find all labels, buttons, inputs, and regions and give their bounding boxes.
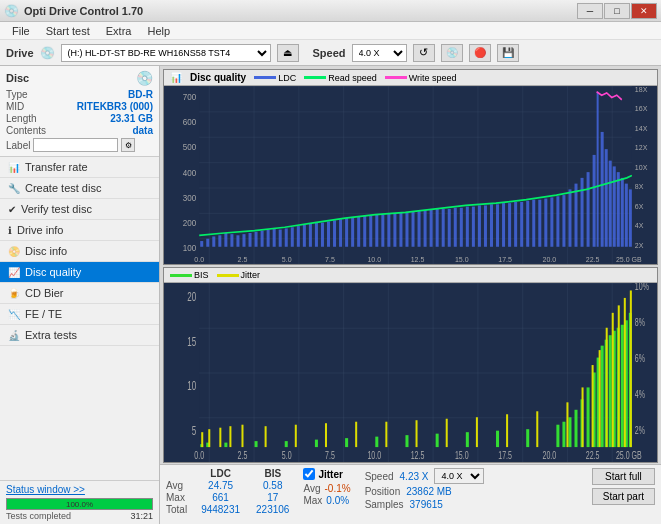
nav-transfer-rate[interactable]: 📊 Transfer rate: [0, 157, 159, 178]
disc-type-label: Type: [6, 89, 28, 100]
disc-label-btn[interactable]: ⚙: [121, 138, 135, 152]
svg-rect-50: [309, 224, 312, 247]
legend-bis: BIS: [170, 270, 209, 280]
eject-button[interactable]: ⏏: [277, 44, 299, 62]
svg-rect-81: [496, 204, 499, 246]
disc-btn2[interactable]: 🔴: [469, 44, 491, 62]
svg-rect-82: [502, 203, 505, 247]
svg-text:5: 5: [192, 425, 197, 438]
samples-label: Samples: [365, 499, 404, 510]
legend-write-speed-label: Write speed: [409, 73, 457, 83]
menu-help[interactable]: Help: [139, 25, 178, 37]
svg-rect-85: [520, 202, 523, 247]
svg-rect-182: [618, 305, 620, 447]
svg-rect-166: [265, 426, 267, 447]
svg-text:17.5: 17.5: [498, 450, 512, 462]
svg-rect-168: [325, 423, 327, 447]
start-full-button[interactable]: Start full: [592, 468, 655, 485]
svg-rect-52: [321, 223, 324, 247]
disc-btn1[interactable]: 💿: [441, 44, 463, 62]
sidebar: Disc 💿 Type BD-R MID RITEKBR3 (000) Leng…: [0, 66, 160, 524]
disc-type-value: BD-R: [128, 89, 153, 100]
svg-rect-101: [609, 161, 612, 247]
menu-file[interactable]: File: [4, 25, 38, 37]
svg-text:15: 15: [187, 335, 196, 348]
speed-dropdown[interactable]: 4.0 X: [352, 44, 407, 62]
svg-rect-161: [201, 432, 203, 447]
svg-text:10.0: 10.0: [367, 254, 381, 264]
status-window-btn[interactable]: Status window >>: [6, 484, 153, 495]
progress-text: 100.0%: [66, 499, 93, 511]
svg-rect-136: [285, 441, 288, 447]
svg-rect-180: [606, 328, 608, 447]
svg-text:20: 20: [187, 290, 196, 303]
titlebar-controls: ─ □ ✕: [577, 3, 657, 19]
disc-info-icon: 📀: [8, 246, 20, 257]
speed-position-section: Speed 4.23 X 4.0 X Position 23862 MB Sam…: [365, 468, 485, 510]
svg-rect-142: [466, 432, 469, 447]
svg-rect-41: [255, 232, 258, 247]
svg-rect-139: [375, 437, 378, 447]
speed-refresh-button[interactable]: ↺: [413, 44, 435, 62]
svg-rect-70: [430, 210, 433, 247]
legend-jitter-label: Jitter: [241, 270, 261, 280]
svg-text:8%: 8%: [635, 317, 645, 329]
nav-verify-test-disc[interactable]: ✔ Verify test disc: [0, 199, 159, 220]
svg-rect-33: [206, 239, 209, 247]
nav-disc-info[interactable]: 📀 Disc info: [0, 241, 159, 262]
svg-rect-88: [538, 200, 541, 247]
nav-drive-info[interactable]: ℹ Drive info: [0, 220, 159, 241]
svg-rect-93: [568, 189, 571, 246]
jitter-max-val: 0.0%: [326, 495, 349, 506]
svg-text:600: 600: [183, 117, 197, 128]
menu-starttest[interactable]: Start test: [38, 25, 98, 37]
svg-rect-90: [550, 197, 553, 246]
svg-rect-46: [285, 228, 288, 246]
svg-rect-135: [255, 441, 258, 447]
disc-contents-label: Contents: [6, 125, 46, 136]
svg-rect-35: [218, 235, 221, 246]
menu-extra[interactable]: Extra: [98, 25, 140, 37]
minimize-button[interactable]: ─: [577, 3, 603, 19]
top-chart-svg: 700 600 500 400 300 200 100 18X 16X 14X …: [164, 86, 657, 264]
disc-mid-value: RITEKBR3 (000): [77, 101, 153, 112]
svg-text:6%: 6%: [635, 353, 645, 365]
nav-create-test-disc[interactable]: 🔧 Create test disc: [0, 178, 159, 199]
svg-rect-153: [601, 346, 604, 447]
stats-bar: LDC BIS Avg 24.75 0.58 Max 661 17 Total …: [160, 464, 661, 524]
svg-text:10X: 10X: [635, 162, 648, 172]
jitter-checkbox[interactable]: [303, 468, 315, 480]
stats-ldc-header: LDC: [193, 468, 248, 479]
status-time: 31:21: [130, 511, 153, 521]
svg-text:2X: 2X: [635, 240, 644, 250]
svg-rect-84: [514, 202, 517, 247]
jitter-avg-prefix: Avg: [303, 483, 320, 494]
nav-disc-quality[interactable]: 📈 Disc quality: [0, 262, 159, 283]
stats-ldc-avg: 24.75: [193, 479, 248, 491]
svg-text:18X: 18X: [635, 86, 648, 94]
top-chart-bg: 700 600 500 400 300 200 100 18X 16X 14X …: [164, 86, 657, 264]
disc-label-input[interactable]: [33, 138, 118, 152]
legend-jitter-color: [217, 274, 239, 277]
maximize-button[interactable]: □: [604, 3, 630, 19]
close-button[interactable]: ✕: [631, 3, 657, 19]
action-buttons: Start full Start part: [592, 468, 655, 505]
svg-rect-143: [496, 431, 499, 447]
start-part-button[interactable]: Start part: [592, 488, 655, 505]
svg-rect-175: [536, 411, 538, 447]
svg-text:15.0: 15.0: [455, 450, 469, 462]
svg-rect-183: [624, 298, 626, 447]
nav-cd-bier[interactable]: 🍺 CD Bier: [0, 283, 159, 304]
save-btn[interactable]: 💾: [497, 44, 519, 62]
nav-extra-tests[interactable]: 🔬 Extra tests: [0, 325, 159, 346]
menubar: File Start test Extra Help: [0, 22, 661, 40]
speed-select[interactable]: 4.0 X: [434, 468, 484, 484]
svg-rect-172: [446, 419, 448, 447]
svg-rect-95: [581, 178, 584, 247]
disc-label-label: Label: [6, 140, 30, 151]
svg-rect-97: [593, 155, 596, 247]
nav-fe-te[interactable]: 📉 FE / TE: [0, 304, 159, 325]
drive-dropdown[interactable]: (H:) HL-DT-ST BD-RE WH16NS58 TST4: [61, 44, 271, 62]
svg-text:200: 200: [183, 218, 197, 229]
svg-rect-80: [490, 204, 493, 246]
